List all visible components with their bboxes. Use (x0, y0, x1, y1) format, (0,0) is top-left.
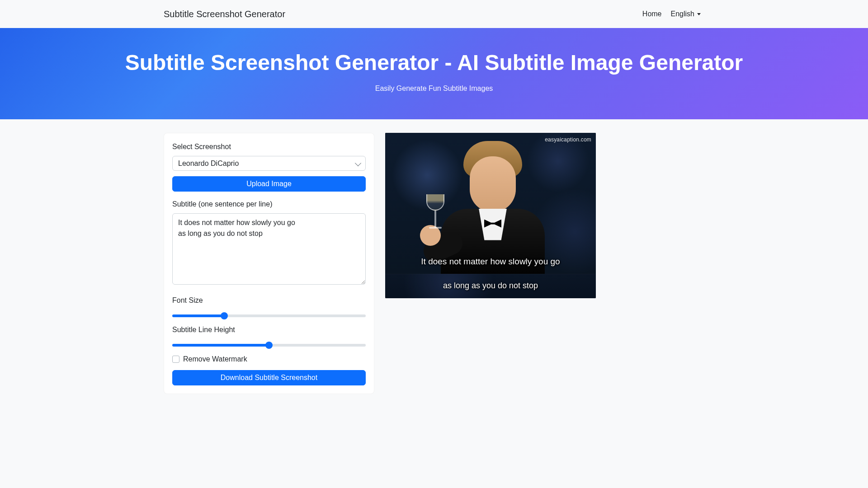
caret-down-icon (697, 13, 701, 15)
font-size-label: Font Size (172, 295, 366, 306)
navbar: Subtitle Screenshot Generator Home Engli… (0, 0, 868, 28)
remove-watermark-label[interactable]: Remove Watermark (183, 354, 247, 365)
main-container: Select Screenshot Leonardo DiCaprio Uplo… (158, 119, 710, 408)
screenshot-select[interactable]: Leonardo DiCaprio (172, 156, 366, 171)
subtitle-textarea-label: Subtitle (one sentence per line) (172, 199, 366, 210)
language-dropdown[interactable]: English (667, 5, 704, 23)
page-title: Subtitle Screenshot Generator - AI Subti… (7, 50, 861, 76)
preview-panel: easyaicaption.com It does not matter (385, 133, 596, 298)
navbar-brand[interactable]: Subtitle Screenshot Generator (164, 4, 285, 24)
download-button[interactable]: Download Subtitle Screenshot (172, 370, 366, 385)
page-subtitle: Easily Generate Fun Subtitle Images (7, 83, 861, 94)
font-size-slider[interactable] (172, 314, 366, 317)
upload-image-button[interactable]: Upload Image (172, 176, 366, 192)
subtitle-textarea[interactable] (172, 213, 366, 285)
line-height-label: Subtitle Line Height (172, 324, 366, 335)
nav-home-link[interactable]: Home (639, 5, 665, 23)
subtitle-line-2: as long as you do not stop (385, 280, 596, 292)
language-dropdown-label: English (671, 9, 694, 19)
subtitle-line-1: It does not matter how slowly you go (385, 255, 596, 268)
controls-card: Select Screenshot Leonardo DiCaprio Uplo… (164, 133, 374, 394)
line-height-slider[interactable] (172, 344, 366, 347)
select-screenshot-label: Select Screenshot (172, 141, 366, 152)
preview-image: easyaicaption.com It does not matter (385, 133, 596, 298)
hero-banner: Subtitle Screenshot Generator - AI Subti… (0, 28, 868, 119)
person-illustration (423, 141, 558, 274)
remove-watermark-checkbox[interactable] (172, 356, 179, 363)
